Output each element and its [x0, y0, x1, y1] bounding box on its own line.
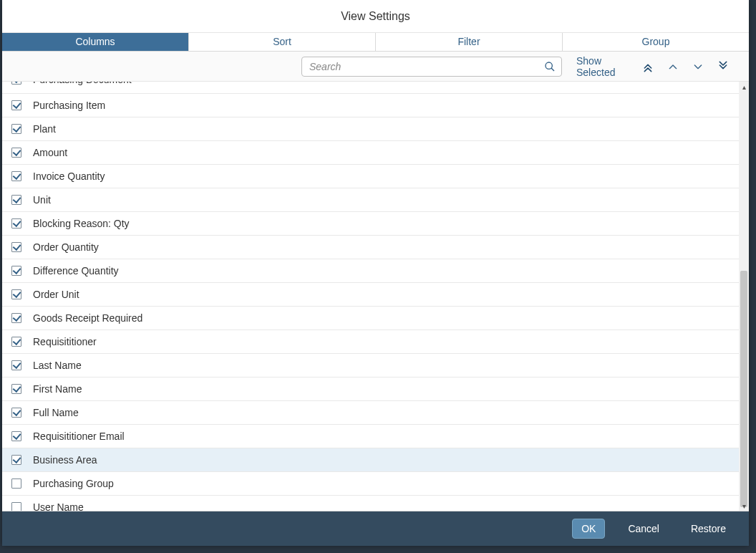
- column-label: User Name: [33, 501, 739, 511]
- column-checkbox[interactable]: [11, 82, 21, 85]
- columns-list-wrap: Purchasing DocumentPurchasing ItemPlantA…: [2, 82, 749, 511]
- scroll-down-arrow-icon[interactable]: ▾: [739, 501, 749, 511]
- column-row[interactable]: Purchasing Group: [2, 472, 739, 496]
- column-checkbox[interactable]: [11, 171, 21, 181]
- dialog-footer: OK Cancel Restore: [2, 511, 749, 546]
- column-row[interactable]: Unit: [2, 188, 739, 212]
- column-label: Amount: [33, 147, 739, 158]
- move-up-button[interactable]: [665, 57, 680, 77]
- move-top-button[interactable]: [641, 57, 656, 77]
- column-row[interactable]: Last Name: [2, 354, 739, 378]
- scrollbar[interactable]: ▴ ▾: [739, 82, 749, 511]
- column-label: Difference Quantity: [33, 265, 739, 276]
- column-row[interactable]: Purchasing Item: [2, 94, 739, 117]
- column-row[interactable]: Purchasing Document: [2, 82, 739, 94]
- column-checkbox[interactable]: [11, 479, 21, 489]
- columns-list[interactable]: Purchasing DocumentPurchasing ItemPlantA…: [2, 82, 739, 511]
- column-label: Order Quantity: [33, 241, 739, 253]
- column-checkbox[interactable]: [11, 148, 21, 158]
- column-label: Requisititioner Email: [33, 431, 739, 442]
- column-row[interactable]: Amount: [2, 141, 739, 165]
- column-label: Blocking Reason: Qty: [33, 218, 739, 229]
- dialog-title: View Settings: [2, 0, 749, 33]
- scroll-up-arrow-icon[interactable]: ▴: [739, 82, 749, 92]
- column-checkbox[interactable]: [11, 266, 21, 276]
- tab-sort[interactable]: Sort: [189, 33, 376, 51]
- column-checkbox[interactable]: [11, 124, 21, 134]
- column-checkbox[interactable]: [11, 289, 21, 299]
- search-input[interactable]: [309, 61, 544, 72]
- column-checkbox[interactable]: [11, 195, 21, 205]
- column-checkbox[interactable]: [11, 337, 21, 347]
- column-row[interactable]: First Name: [2, 378, 739, 401]
- column-label: Invoice Quantity: [33, 170, 739, 182]
- tab-bar: ColumnsSortFilterGroup: [2, 33, 749, 52]
- column-checkbox[interactable]: [11, 384, 21, 394]
- column-checkbox[interactable]: [11, 242, 21, 252]
- search-icon[interactable]: [544, 61, 556, 72]
- column-row[interactable]: Blocking Reason: Qty: [2, 212, 739, 236]
- toolbar: Show Selected: [2, 52, 749, 82]
- column-label: Purchasing Group: [33, 478, 739, 489]
- column-label: Purchasing Document: [33, 82, 739, 85]
- column-label: Purchasing Item: [33, 100, 739, 111]
- column-row[interactable]: Order Quantity: [2, 236, 739, 259]
- show-selected-link[interactable]: Show Selected: [572, 55, 631, 78]
- column-row[interactable]: Goods Receipt Required: [2, 307, 739, 330]
- restore-button[interactable]: Restore: [682, 519, 735, 539]
- column-row[interactable]: Invoice Quantity: [2, 165, 739, 188]
- column-row[interactable]: Difference Quantity: [2, 259, 739, 283]
- column-checkbox[interactable]: [11, 431, 21, 441]
- column-row[interactable]: Plant: [2, 117, 739, 141]
- svg-line-1: [551, 68, 554, 71]
- scrollbar-thumb[interactable]: [740, 271, 747, 507]
- move-bottom-button[interactable]: [715, 57, 730, 77]
- column-checkbox[interactable]: [11, 313, 21, 323]
- svg-point-0: [546, 62, 552, 69]
- column-row[interactable]: Order Unit: [2, 283, 739, 307]
- column-label: Goods Receipt Required: [33, 312, 739, 324]
- cancel-button[interactable]: Cancel: [619, 519, 668, 539]
- column-label: Last Name: [33, 360, 739, 371]
- column-row[interactable]: Requisititioner Email: [2, 425, 739, 448]
- column-checkbox[interactable]: [11, 100, 21, 110]
- column-checkbox[interactable]: [11, 455, 21, 465]
- column-checkbox[interactable]: [11, 408, 21, 418]
- column-row[interactable]: User Name: [2, 496, 739, 511]
- tab-filter[interactable]: Filter: [376, 33, 563, 51]
- backdrop: View Settings ColumnsSortFilterGroup Sho…: [0, 0, 756, 553]
- search-box[interactable]: [301, 57, 562, 77]
- column-row[interactable]: Business Area: [2, 448, 739, 472]
- column-label: Requisititioner: [33, 336, 739, 347]
- ok-button[interactable]: OK: [572, 519, 605, 539]
- column-label: Unit: [33, 194, 739, 206]
- column-label: Business Area: [33, 454, 739, 466]
- column-checkbox[interactable]: [11, 218, 21, 229]
- tab-columns[interactable]: Columns: [2, 33, 189, 51]
- column-label: Order Unit: [33, 289, 739, 300]
- column-row[interactable]: Requisititioner: [2, 330, 739, 354]
- tab-group[interactable]: Group: [563, 33, 749, 51]
- column-label: Full Name: [33, 407, 739, 418]
- view-settings-dialog: View Settings ColumnsSortFilterGroup Sho…: [2, 0, 749, 546]
- column-row[interactable]: Full Name: [2, 401, 739, 425]
- move-down-button[interactable]: [690, 57, 705, 77]
- column-label: First Name: [33, 383, 739, 395]
- column-checkbox[interactable]: [11, 502, 21, 511]
- column-label: Plant: [33, 123, 739, 135]
- column-checkbox[interactable]: [11, 360, 21, 370]
